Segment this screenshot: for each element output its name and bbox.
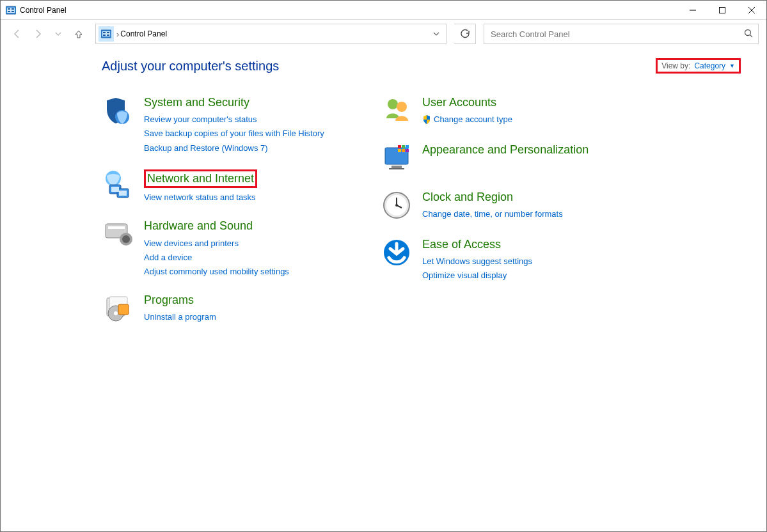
ease-access-icon	[380, 237, 413, 270]
category-appearance-and-personalization: Appearance and Personalization	[380, 143, 649, 176]
clock-region-icon	[380, 190, 413, 223]
svg-line-44	[750, 35, 753, 37]
window-title: Control Panel	[20, 6, 678, 15]
up-button[interactable]	[70, 25, 88, 43]
sublink[interactable]: Uninstall a program	[144, 310, 367, 324]
view-by-label: View by:	[661, 61, 690, 70]
content-area: Adjust your computer's settings View by:…	[1, 48, 766, 340]
category-column-right: User AccountsChange account typeAppearan…	[380, 95, 649, 340]
sublink[interactable]: View network status and tasks	[144, 191, 367, 205]
sublink-label: Save backup copies of your files with Fi…	[144, 127, 324, 141]
sublink[interactable]: Change account type	[422, 113, 649, 127]
breadcrumb-separator-icon: ›	[116, 29, 119, 39]
category-title[interactable]: Network and Internet	[144, 169, 257, 188]
sublink-label: View network status and tasks	[144, 191, 256, 205]
shield-icon	[422, 115, 431, 124]
category-title[interactable]: Programs	[144, 293, 367, 308]
breadcrumb-path[interactable]: Control Panel	[120, 29, 167, 38]
sublink-label: View devices and printers	[144, 237, 239, 251]
control-panel-icon	[6, 5, 16, 15]
search-input[interactable]	[489, 29, 744, 40]
back-button[interactable]	[8, 25, 26, 43]
user-accounts-icon	[380, 95, 413, 129]
category-title[interactable]: Appearance and Personalization	[422, 143, 649, 157]
view-by-value: Category	[694, 61, 725, 70]
sublink[interactable]: Change date, time, or number formats	[422, 207, 649, 221]
sublink-label: Backup and Restore (Windows 7)	[144, 141, 268, 155]
sublink-label: Change account type	[434, 113, 512, 127]
sublink-label: Change date, time, or number formats	[422, 207, 563, 221]
category-programs: ProgramsUninstall a program	[102, 293, 367, 326]
svg-point-43	[745, 29, 751, 35]
recent-dropdown[interactable]	[49, 25, 67, 43]
svg-rect-40	[720, 7, 725, 13]
category-title[interactable]: User Accounts	[422, 95, 649, 110]
sublink-label: Add a device	[144, 251, 192, 265]
appearance-icon	[380, 143, 413, 176]
category-column-left: System and SecurityReview your computer'…	[102, 95, 367, 340]
control-panel-home-icon[interactable]	[99, 26, 114, 42]
sublink-label: Adjust commonly used mobility settings	[144, 265, 289, 279]
titlebar: Control Panel	[1, 1, 766, 20]
sublink[interactable]: Backup and Restore (Windows 7)	[144, 141, 367, 155]
forward-button[interactable]	[29, 25, 47, 43]
refresh-button[interactable]	[454, 24, 476, 44]
minimize-button[interactable]	[678, 1, 708, 20]
sublink[interactable]: Save backup copies of your files with Fi…	[144, 127, 367, 141]
category-title[interactable]: Clock and Region	[422, 190, 649, 205]
maximize-button[interactable]	[708, 1, 737, 20]
address-history-dropdown[interactable]	[428, 24, 443, 43]
view-by-selector[interactable]: View by: Category ▼	[656, 58, 741, 74]
hardware-sound-icon	[102, 219, 135, 252]
category-network-and-internet: Network and InternetView network status …	[102, 169, 367, 205]
sublink-label: Uninstall a program	[144, 310, 216, 324]
sublink[interactable]: View devices and printers	[144, 237, 367, 251]
sublink[interactable]: Adjust commonly used mobility settings	[144, 265, 367, 279]
category-user-accounts: User AccountsChange account type	[380, 95, 649, 129]
window: Control Panel › Control Panel Adjust you…	[0, 0, 767, 532]
sublink[interactable]: Let Windows suggest settings	[422, 254, 649, 269]
category-ease-of-access: Ease of AccessLet Windows suggest settin…	[380, 237, 649, 283]
category-hardware-and-sound: Hardware and SoundView devices and print…	[102, 219, 367, 279]
programs-icon	[102, 293, 135, 326]
chevron-down-icon: ▼	[729, 63, 735, 69]
address-bar[interactable]: › Control Panel	[95, 24, 447, 44]
category-system-and-security: System and SecurityReview your computer'…	[102, 95, 367, 155]
category-title[interactable]: System and Security	[144, 95, 367, 110]
page-heading: Adjust your computer's settings	[102, 59, 279, 74]
sublink[interactable]: Add a device	[144, 251, 367, 265]
category-clock-and-region: Clock and RegionChange date, time, or nu…	[380, 190, 649, 223]
toolbar: › Control Panel	[1, 20, 766, 48]
system-security-icon	[102, 95, 135, 129]
sublink-label: Optimize visual display	[422, 269, 507, 283]
close-button[interactable]	[737, 1, 766, 20]
sublink[interactable]: Review your computer's status	[144, 113, 367, 127]
search-icon[interactable]	[744, 29, 753, 40]
sublink[interactable]: Optimize visual display	[422, 269, 649, 283]
network-internet-icon	[102, 169, 135, 203]
category-title[interactable]: Hardware and Sound	[144, 219, 367, 233]
category-title[interactable]: Ease of Access	[422, 237, 649, 252]
sublink-label: Let Windows suggest settings	[422, 254, 532, 269]
search-box[interactable]	[484, 24, 759, 44]
sublink-label: Review your computer's status	[144, 113, 257, 127]
